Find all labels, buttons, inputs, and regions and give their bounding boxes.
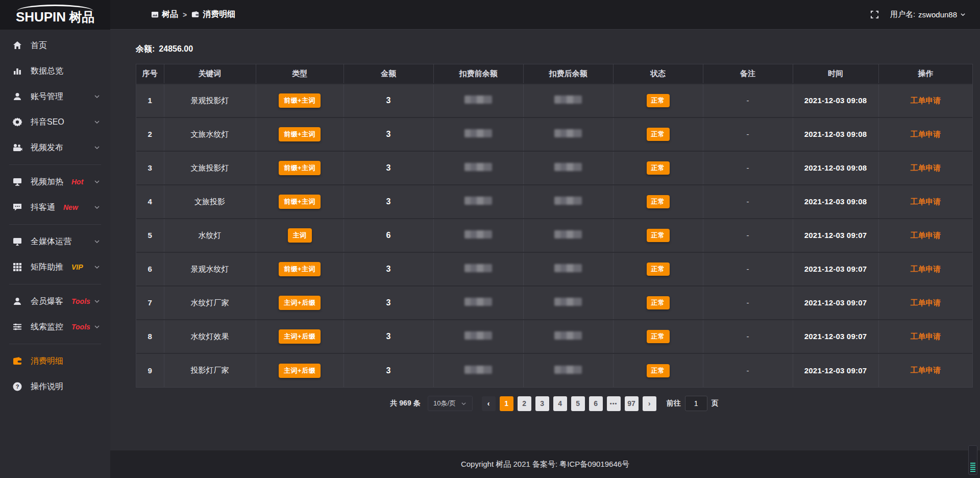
work-order-link[interactable]: 工单申请 <box>910 265 941 273</box>
status-badge: 正常 <box>647 195 670 208</box>
prev-page-button[interactable]: ‹ <box>482 396 496 411</box>
table-row: 8 水纹灯效果 主词+后缀 3 正常 - 2021-12-03 09:07 工单… <box>136 320 972 353</box>
next-page-button[interactable]: › <box>643 396 656 411</box>
page-button-97[interactable]: 97 <box>625 396 639 411</box>
table-row: 3 文旅投影灯 前缀+主词 3 正常 - 2021-12-03 09:08 工单… <box>136 151 972 185</box>
status-badge: 正常 <box>647 364 670 377</box>
footer: Copyright 树品 2021 备案号: 粤ICP备09019646号 <box>110 450 980 478</box>
goto-page-input[interactable] <box>685 396 707 411</box>
row-keyword: 水纹灯 <box>199 231 222 240</box>
row-note: - <box>747 265 749 273</box>
work-order-link[interactable]: 工单申请 <box>910 197 941 206</box>
user-icon <box>12 296 22 306</box>
sidebar-item-home[interactable]: 首页 <box>0 33 110 58</box>
sidebar-item-lead-monitor[interactable]: 线索监控 Tools <box>0 314 110 340</box>
user-menu[interactable]: 用户名: zswodun88 <box>890 10 966 19</box>
row-amount: 6 <box>386 231 391 240</box>
masked-balance-before <box>464 331 492 340</box>
row-note: - <box>747 298 749 307</box>
sidebar-item-data-overview[interactable]: 数据总览 <box>0 58 110 84</box>
copyright-text: Copyright 树品 2021 备案号: 粤ICP备09019646号 <box>461 460 629 469</box>
col-header-index: 序号 <box>136 64 164 84</box>
type-badge: 前缀+主词 <box>279 195 321 209</box>
work-order-link[interactable]: 工单申请 <box>910 332 941 341</box>
chevron-down-icon <box>94 298 100 304</box>
main-content: 余额:24856.00 序号 关键词 类型 金额 扣费前余额 扣费后余额 状态 … <box>110 30 980 478</box>
pagination-ellipsis[interactable]: ••• <box>607 396 621 411</box>
gear-icon <box>12 117 22 127</box>
sidebar-item-label: 操作说明 <box>31 381 63 392</box>
masked-balance-before <box>464 230 492 238</box>
row-index: 2 <box>148 130 152 138</box>
page-button-4[interactable]: 4 <box>553 396 567 411</box>
pagination-total: 共 969 条 <box>390 399 420 408</box>
page-button-1[interactable]: 1 <box>500 396 513 411</box>
sidebar-item-label: 抖音SEO <box>31 117 64 128</box>
work-order-link[interactable]: 工单申请 <box>910 130 941 138</box>
row-index: 1 <box>148 96 152 105</box>
sidebar-item-all-media[interactable]: 全媒体运营 <box>0 229 110 254</box>
sidebar-item-matrix-boost[interactable]: 矩阵助推 VIP <box>0 254 110 280</box>
chevron-down-icon <box>461 401 467 407</box>
table-row: 1 景观投影灯 前缀+主词 3 正常 - 2021-12-03 09:08 工单… <box>136 84 972 117</box>
table-row: 4 文旅投影 前缀+主词 3 正常 - 2021-12-03 09:08 工单申… <box>136 185 972 219</box>
status-badge: 正常 <box>647 296 670 309</box>
page-button-3[interactable]: 3 <box>535 396 549 411</box>
row-index: 5 <box>148 231 152 240</box>
breadcrumb-root[interactable]: 树品 <box>151 9 178 20</box>
screen-icon <box>12 177 22 187</box>
row-time: 2021-12-03 09:08 <box>804 163 867 172</box>
floating-widget[interactable] <box>968 445 977 475</box>
row-keyword: 水纹灯效果 <box>191 332 229 341</box>
row-amount: 3 <box>386 130 391 138</box>
table-row: 7 水纹灯厂家 主词+后缀 3 正常 - 2021-12-03 09:07 工单… <box>136 286 972 320</box>
masked-balance-before <box>464 95 492 104</box>
sidebar-item-video-heat[interactable]: 视频加热 Hot <box>0 169 110 195</box>
sidebar-item-label: 首页 <box>31 40 47 51</box>
page-button-5[interactable]: 5 <box>571 396 585 411</box>
home-icon <box>12 40 22 51</box>
page-button-2[interactable]: 2 <box>518 396 531 411</box>
sidebar-item-account-mgmt[interactable]: 账号管理 <box>0 84 110 109</box>
app-logo: SHUPIN树品 <box>0 0 110 30</box>
type-badge: 主词+后缀 <box>279 364 321 378</box>
balance-value: 24856.00 <box>159 44 193 53</box>
sidebar-item-label: 会员爆客 <box>31 296 63 307</box>
sidebar-item-consume-detail[interactable]: 消费明细 <box>0 348 110 374</box>
sidebar-item-douyin-seo[interactable]: 抖音SEO <box>0 109 110 135</box>
work-order-link[interactable]: 工单申请 <box>910 163 941 172</box>
sidebar-item-label: 消费明细 <box>31 356 63 367</box>
row-time: 2021-12-03 09:08 <box>804 96 867 105</box>
fullscreen-icon[interactable] <box>870 10 879 19</box>
masked-balance-after <box>554 264 582 272</box>
username-value: zswodun88 <box>918 10 957 19</box>
sidebar-item-video-publish[interactable]: 视频发布 <box>0 135 110 160</box>
row-time: 2021-12-03 09:08 <box>804 130 867 138</box>
sidebar-item-label: 线索监控 <box>31 322 63 332</box>
work-order-link[interactable]: 工单申请 <box>910 96 941 105</box>
chevron-down-icon <box>94 93 100 100</box>
type-badge: 前缀+主词 <box>279 93 321 108</box>
new-tag: New <box>63 203 78 211</box>
work-order-link[interactable]: 工单申请 <box>910 298 941 307</box>
page-size-select[interactable]: 10条/页 <box>428 396 473 411</box>
breadcrumb-current[interactable]: 消费明细 <box>191 9 235 20</box>
table-header-row: 序号 关键词 类型 金额 扣费前余额 扣费后余额 状态 备注 时间 操作 <box>136 64 972 84</box>
row-keyword: 文旅投影 <box>194 197 225 206</box>
sidebar-item-member-burst[interactable]: 会员爆客 Tools <box>0 289 110 314</box>
pagination: 共 969 条 10条/页 ‹ 123456•••97 › 前往 页 <box>136 396 973 411</box>
work-order-link[interactable]: 工单申请 <box>910 231 941 240</box>
sidebar-divider <box>9 164 101 165</box>
page-button-6[interactable]: 6 <box>589 396 603 411</box>
sidebar-item-doukertong[interactable]: 抖客通 New <box>0 195 110 220</box>
wallet-icon <box>12 356 22 366</box>
table-row: 6 景观水纹灯 前缀+主词 3 正常 - 2021-12-03 09:07 工单… <box>136 252 972 286</box>
sidebar-item-instructions[interactable]: ? 操作说明 <box>0 374 110 399</box>
row-time: 2021-12-03 09:07 <box>804 366 867 375</box>
row-note: - <box>747 366 749 375</box>
type-badge: 主词+后缀 <box>279 296 321 310</box>
sidebar-item-label: 矩阵助推 <box>31 262 63 273</box>
work-order-link[interactable]: 工单申请 <box>910 366 941 374</box>
chevron-down-icon <box>94 324 100 330</box>
row-keyword: 投影灯厂家 <box>191 366 229 374</box>
